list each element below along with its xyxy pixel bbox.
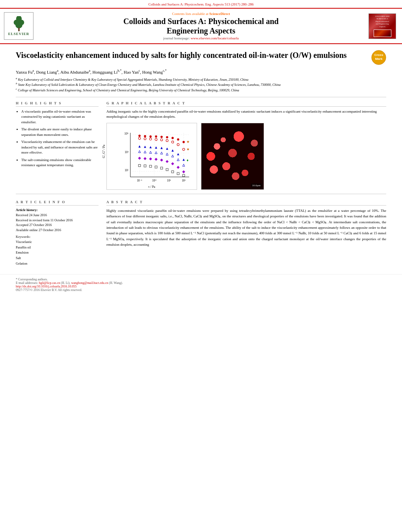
svg-point-32 <box>182 141 185 143</box>
email-line: E-mail addresses: hgli@licp.cas.cn (H. L… <box>16 281 386 285</box>
svg-rect-76 <box>177 172 179 175</box>
svg-marker-50 <box>182 158 185 161</box>
chart-svg: 10⁵ 10³ 10¹ 10⁻¹ 10⁰ 10¹ 10² <box>119 129 194 184</box>
micro-image-label: 10.0μm <box>251 184 262 187</box>
graphical-abstract-column: G R A P H I C A L A B S T R A C T Adding… <box>106 101 386 190</box>
svg-marker-52 <box>144 151 146 153</box>
divider-before-abstract <box>16 194 386 194</box>
svg-point-38 <box>166 139 168 142</box>
science-direct-label: Contents lists available at ScienceDirec… <box>39 12 363 16</box>
svg-marker-49 <box>177 153 179 155</box>
journal-title: Colloids and Surfaces A: Physicochemical… <box>39 17 363 35</box>
highlights-graphical-section: H I G H L I G H T S A viscoelastic paraf… <box>16 101 386 190</box>
keywords-list: Viscoelastic Paraffin oil Emulsion Salt … <box>16 239 99 266</box>
svg-rect-4 <box>18 28 20 31</box>
list-item: A viscoelastic paraffin oil-in-water emu… <box>21 109 99 125</box>
badge-image <box>374 30 391 37</box>
graphical-abstract-label: G R A P H I C A L A B S T R A C T <box>106 101 386 107</box>
svg-marker-46 <box>160 147 163 149</box>
journal-homepage-link[interactable]: www.elsevier.com/locate/colsurfa <box>191 36 239 40</box>
elsevier-name: ELSEVIER <box>8 32 30 36</box>
svg-text:10³: 10³ <box>125 150 128 154</box>
journal-logo-right: COLLOIDS AND SURFACES A Physicochemical … <box>367 13 398 39</box>
svg-rect-75 <box>171 171 174 173</box>
svg-rect-72 <box>155 166 157 168</box>
svg-marker-67 <box>177 166 179 169</box>
footer: * Corresponding authors. E-mail addresse… <box>0 274 402 294</box>
svg-point-37 <box>160 139 163 141</box>
revised-date: Received in revised form 11 October 2016 <box>16 218 99 223</box>
svg-point-36 <box>155 138 157 141</box>
highlights-label: H I G H L I G H T S <box>16 101 99 107</box>
svg-rect-73 <box>160 167 163 169</box>
svg-point-24 <box>138 135 141 137</box>
journal-center: Contents lists available at ScienceDirec… <box>39 12 363 40</box>
email1-link[interactable]: hgli@licp.cas.cn <box>39 281 60 285</box>
page: Colloids and Surfaces A: Physicochem. En… <box>0 0 402 532</box>
citation-text: Colloids and Surfaces A: Physicochem. En… <box>148 2 253 6</box>
svg-marker-57 <box>171 155 174 157</box>
svg-point-30 <box>171 137 174 139</box>
svg-text:★: ★ <box>186 147 190 151</box>
list-item: The salt-containing emulsions show consi… <box>21 158 99 168</box>
svg-marker-44 <box>149 146 152 148</box>
citation-header: Colloids and Surfaces A: Physicochem. En… <box>0 0 402 8</box>
keyword-item: Emulsion <box>16 250 99 256</box>
svg-point-27 <box>155 135 157 138</box>
keywords-label: Keywords: <box>16 235 99 239</box>
article-info: A R T I C L E I N F O Article history: R… <box>16 200 99 266</box>
svg-marker-54 <box>155 152 157 154</box>
svg-point-26 <box>149 135 152 138</box>
svg-text:★: ★ <box>186 140 190 144</box>
svg-marker-58 <box>177 158 179 161</box>
abstract-section: A B S T R A C T Highly concentrated visc… <box>106 200 386 266</box>
svg-marker-43 <box>144 146 146 148</box>
elsevier-box: ELSEVIER <box>4 12 34 40</box>
svg-point-35 <box>149 138 152 140</box>
svg-marker-45 <box>155 146 157 149</box>
svg-point-31 <box>177 138 179 141</box>
article-title-area: Viscoelasticity enhancement induced by s… <box>16 50 386 66</box>
graphical-abstract-images: G', G'' / Pa τ / Pa 10⁵ 10³ 10¹ 10⁻¹ <box>106 123 386 190</box>
accepted-date: Accepted 27 October 2016 <box>16 223 99 228</box>
doi-anchor[interactable]: http://dx.doi.org/10.1016/j.colsurfa.201… <box>16 285 76 288</box>
article-info-label: A R T I C L E I N F O <box>16 200 99 206</box>
svg-text:♦: ♦ <box>186 158 188 162</box>
svg-rect-70 <box>144 165 146 167</box>
elsevier-logo-left: ELSEVIER <box>4 12 35 40</box>
svg-marker-51 <box>138 150 141 153</box>
received-date: Received 24 June 2016 <box>16 213 99 218</box>
keyword-item: Paraffin oil <box>16 245 99 250</box>
keyword-item: Gelation <box>16 261 99 267</box>
elsevier-tree-icon <box>13 16 25 32</box>
svg-text:Cross: Cross <box>374 53 383 57</box>
svg-text:10⁰: 10⁰ <box>152 178 156 182</box>
svg-marker-64 <box>160 158 163 161</box>
svg-point-40 <box>177 143 179 146</box>
svg-text:Mark: Mark <box>375 57 383 61</box>
keyword-item: Salt <box>16 256 99 261</box>
journal-header: ELSEVIER Contents lists available at Sci… <box>0 8 402 44</box>
corresponding-note: * Corresponding authors. <box>16 278 386 281</box>
svg-text:10⁵: 10⁵ <box>125 132 128 135</box>
svg-marker-48 <box>171 149 174 152</box>
svg-text:10¹: 10¹ <box>167 178 171 182</box>
list-item: The divalent salts are more easily to in… <box>21 127 99 137</box>
chart-y-label: G', G'' / Pa <box>102 145 106 158</box>
highlights-content: A viscoelastic paraffin oil-in-water emu… <box>16 109 99 168</box>
keyword-item: Viscoelastic <box>16 239 99 245</box>
doi-link: http://dx.doi.org/10.1016/j.colsurfa.201… <box>16 285 386 288</box>
svg-marker-61 <box>143 157 146 160</box>
journal-badge: COLLOIDS AND SURFACES A Physicochemical … <box>368 13 396 39</box>
svg-marker-42 <box>138 145 141 148</box>
svg-text:10²: 10² <box>182 178 186 182</box>
journal-homepage: journal homepage: www.elsevier.com/locat… <box>39 36 363 40</box>
affiliations: a Key Laboratory of Colloid and Interfac… <box>16 77 386 93</box>
svg-point-29 <box>166 136 168 139</box>
svg-marker-65 <box>166 160 168 163</box>
article-info-abstract-section: A R T I C L E I N F O Article history: R… <box>16 200 386 266</box>
email2-link[interactable]: wanghong@mail.buct.edu.cn <box>71 281 108 285</box>
svg-point-34 <box>144 137 146 140</box>
available-online-date: Available online 27 October 2016 <box>16 228 99 233</box>
svg-point-39 <box>171 141 174 143</box>
